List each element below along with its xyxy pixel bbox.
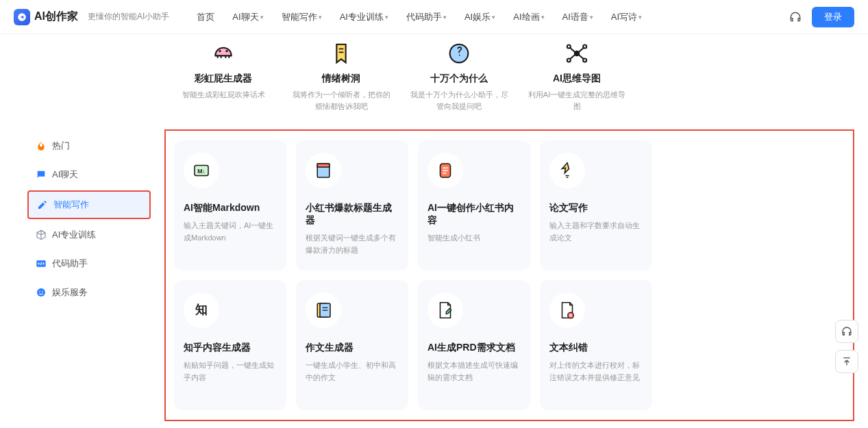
grid-card-2[interactable]: AI一键创作小红书内容智能生成小红书: [418, 140, 530, 270]
nav-item-0[interactable]: 首页: [197, 11, 214, 23]
svg-text:知: 知: [195, 303, 208, 316]
nav-item-6[interactable]: AI绘画▾: [513, 11, 544, 23]
grid-card-3[interactable]: 论文写作输入主题和字数要求自动生成论文: [540, 140, 652, 270]
sidebar-item-0[interactable]: 热门: [27, 133, 151, 159]
card-desc: 输入主题关键词，AI一键生成Markdown: [184, 220, 277, 244]
chevron-down-icon: ▾: [590, 14, 593, 21]
card-desc: 对上传的文本进行校对，标注错误文本并提供修正意见: [549, 360, 643, 383]
chevron-down-icon: ▾: [443, 14, 447, 21]
card-title: AI思维导图: [526, 73, 628, 85]
nav-item-2[interactable]: 智能写作▾: [282, 11, 322, 23]
logo-icon: [14, 9, 30, 25]
grid-card-0[interactable]: M↓AI智能Markdown输入主题关键词，AI一键生成Markdown: [174, 140, 286, 270]
card-icon: [563, 40, 591, 67]
top-nav: 首页AI聊天▾智能写作▾AI专业训练▾代码助手▾AI娱乐▾AI绘画▾AI语音▾A…: [197, 11, 782, 23]
chevron-down-icon: ▾: [385, 14, 388, 21]
svg-point-4: [219, 50, 221, 52]
floating-buttons: [835, 320, 858, 373]
chevron-down-icon: ▾: [319, 14, 322, 21]
card-icon: [427, 292, 463, 328]
card-title: 文本纠错: [549, 342, 643, 354]
grid-card-5[interactable]: 作文生成器一键生成小学生、初中和高中的作文: [296, 280, 408, 410]
support-button[interactable]: [835, 320, 858, 343]
sidebar-item-label: AI专业训练: [52, 229, 96, 241]
main-content: 彩虹屁生成器智能生成彩虹屁吹捧话术情绪树洞我将作为一个倾听者，把你的烦恼都告诉我…: [151, 34, 868, 428]
grid-card-1[interactable]: 小红书爆款标题生成器根据关键词一键生成多个有爆款潜力的标题: [296, 140, 408, 270]
header: AI创作家 更懂你的智能AI小助手 首页AI聊天▾智能写作▾AI专业训练▾代码助…: [0, 0, 868, 34]
code-icon: [36, 258, 47, 269]
card-desc: 我将作为一个倾听者，把你的烦恼都告诉我吧: [290, 89, 392, 112]
nav-item-7[interactable]: AI语音▾: [562, 11, 593, 23]
card-icon: [445, 40, 473, 67]
smile-icon: [36, 287, 47, 298]
logo[interactable]: AI创作家: [14, 9, 78, 25]
sidebar-item-3[interactable]: AI专业训练: [27, 222, 151, 248]
top-card-0[interactable]: 彩虹屁生成器智能生成彩虹屁吹捧话术: [169, 34, 278, 117]
card-icon: [427, 153, 463, 188]
sidebar-item-label: 代码助手: [52, 257, 88, 270]
sidebar-item-1[interactable]: AI聊天: [27, 162, 151, 188]
svg-point-2: [39, 291, 40, 292]
sidebar: 热门AI聊天智能写作AI专业训练代码助手娱乐服务: [0, 34, 151, 428]
login-button[interactable]: 登录: [812, 7, 854, 27]
cube-icon: [36, 229, 47, 240]
sidebar-item-label: 智能写作: [53, 199, 89, 211]
chevron-down-icon: ▾: [260, 14, 264, 21]
sidebar-item-label: 娱乐服务: [52, 286, 88, 299]
card-icon: [549, 153, 585, 188]
card-icon: [306, 153, 341, 188]
card-title: 论文写作: [549, 202, 643, 214]
card-icon: 知: [184, 292, 219, 328]
nav-item-5[interactable]: AI娱乐▾: [464, 11, 495, 23]
top-card-3[interactable]: AI思维导图利用AI一键生成完整的思维导图: [522, 34, 632, 117]
nav-item-1[interactable]: AI聊天▾: [232, 11, 263, 23]
sidebar-item-2[interactable]: 智能写作: [27, 190, 151, 219]
card-title: AI一键创作小红书内容: [427, 202, 521, 227]
top-cards-row: 彩虹屁生成器智能生成彩虹屁吹捧话术情绪树洞我将作为一个倾听者，把你的烦恼都告诉我…: [169, 34, 854, 117]
card-desc: 根据关键词一键生成多个有爆款潜力的标题: [306, 232, 399, 256]
chevron-down-icon: ▾: [638, 14, 642, 21]
sidebar-item-5[interactable]: 娱乐服务: [27, 279, 151, 305]
svg-point-3: [42, 291, 43, 292]
svg-point-1: [37, 288, 45, 297]
svg-text:M↓: M↓: [197, 168, 206, 175]
card-desc: 粘贴知乎问题，一键生成知乎内容: [184, 360, 277, 383]
card-icon: [306, 292, 341, 328]
nav-item-8[interactable]: AI写诗▾: [611, 11, 642, 23]
card-desc: 一键生成小学生、初中和高中的作文: [306, 360, 399, 383]
edit-icon: [37, 199, 48, 210]
card-title: AI生成PRD需求文档: [427, 342, 521, 354]
card-desc: 利用AI一键生成完整的思维导图: [526, 89, 628, 112]
card-desc: 我是十万个为什么小助手，尽管向我提问吧: [408, 89, 510, 112]
card-desc: 智能生成彩虹屁吹捧话术: [173, 89, 274, 101]
sidebar-item-label: AI聊天: [52, 168, 78, 181]
nav-item-3[interactable]: AI专业训练▾: [340, 11, 388, 23]
card-icon: [327, 40, 355, 67]
card-desc: 输入主题和字数要求自动生成论文: [549, 220, 643, 244]
card-title: 十万个为什么: [408, 73, 510, 85]
tagline: 更懂你的智能AI小助手: [88, 11, 169, 23]
back-to-top-button[interactable]: [835, 350, 858, 373]
card-title: 作文生成器: [306, 342, 399, 354]
card-desc: 智能生成小红书: [427, 232, 521, 244]
top-card-2[interactable]: 十万个为什么我是十万个为什么小助手，尽管向我提问吧: [404, 34, 514, 117]
chat-icon: [36, 169, 47, 180]
grid-card-4[interactable]: 知知乎内容生成器粘贴知乎问题，一键生成知乎内容: [174, 280, 286, 410]
headset-icon[interactable]: [789, 10, 802, 24]
card-icon: [549, 292, 585, 328]
sidebar-item-4[interactable]: 代码助手: [27, 251, 151, 277]
card-icon: M↓: [184, 153, 219, 188]
nav-item-4[interactable]: 代码助手▾: [406, 11, 447, 23]
brand-text: AI创作家: [34, 10, 78, 24]
fire-icon: [36, 140, 47, 151]
svg-rect-15: [317, 164, 330, 167]
grid-card-6[interactable]: AI生成PRD需求文档根据文本描述生成可快速编辑的需求文档: [418, 280, 530, 410]
card-title: 知乎内容生成器: [184, 342, 277, 354]
card-title: 情绪树洞: [290, 73, 392, 85]
chevron-down-icon: ▾: [541, 14, 545, 21]
card-title: 彩虹屁生成器: [173, 73, 274, 85]
top-card-1[interactable]: 情绪树洞我将作为一个倾听者，把你的烦恼都告诉我吧: [286, 34, 396, 117]
card-title: 小红书爆款标题生成器: [306, 202, 399, 227]
card-title: AI智能Markdown: [184, 202, 277, 214]
grid-card-7[interactable]: 文本纠错对上传的文本进行校对，标注错误文本并提供修正意见: [540, 280, 652, 410]
